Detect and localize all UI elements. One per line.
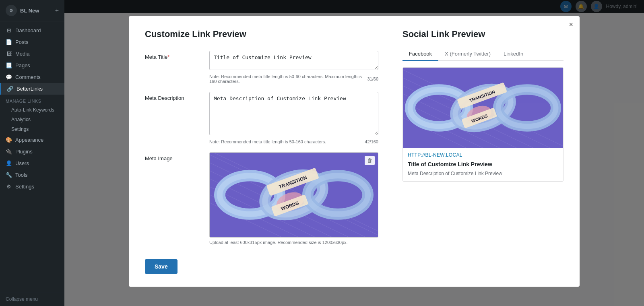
posts-icon: 📄 [6, 39, 12, 45]
preview-url: HTTP://BL-NEW.LOCAL [403, 148, 563, 159]
collapse-menu-button[interactable]: Collapse menu [0, 292, 64, 306]
meta-title-field: Title of Customize Link Preview Note: Re… [209, 51, 378, 84]
dashboard-icon: ⊞ [6, 27, 12, 33]
sidebar-label-plugins: Plugins [15, 149, 33, 155]
manage-links-label: Manage Links [0, 95, 64, 105]
social-preview-card: TRANSITION WORDS HTTP://BL-NEW.LOCAL Tit… [402, 67, 564, 182]
sidebar-item-plugins[interactable]: 🔌 Plugins [0, 146, 64, 157]
modal-body: Customize Link Preview Meta Title* Title… [129, 16, 580, 287]
sidebar-item-users[interactable]: 👤 Users [0, 157, 64, 169]
sidebar-site-name: BL New [20, 8, 39, 14]
meta-image-delete-button[interactable]: 🗑 [365, 156, 375, 165]
meta-title-row: Meta Title* Title of Customize Link Prev… [145, 51, 378, 84]
sidebar-label-posts: Posts [15, 39, 29, 45]
sidebar-label-appearance: Appearance [15, 137, 43, 143]
preview-card-description: Meta Description of Customize Link Previ… [403, 169, 563, 181]
sidebar-label-dashboard: Dashboard [15, 27, 41, 33]
sidebar-label-media: Media [15, 51, 29, 57]
sidebar-item-betterlinks[interactable]: 🔗 BetterLinks [0, 83, 64, 95]
settings-icon: ⚙ [6, 184, 12, 190]
trash-icon: 🗑 [367, 157, 372, 163]
social-preview-title: Social Link Preview [402, 29, 564, 39]
sidebar-item-settings-bottom[interactable]: ⚙ Settings [0, 181, 64, 192]
meta-image-container[interactable]: TRANSITION WORDS 🗑 [209, 152, 378, 238]
sidebar-add-icon[interactable]: + [55, 7, 59, 14]
sidebar-item-media[interactable]: 🖼 Media [0, 48, 64, 60]
social-tabs: Facebook X (Formerly Twitter) LinkedIn [402, 48, 564, 61]
tools-icon: 🔧 [6, 172, 12, 178]
sidebar-header: ⚙ BL New + [0, 0, 64, 21]
meta-description-label: Meta Description [145, 92, 201, 101]
sidebar-item-settings[interactable]: Settings [0, 124, 64, 134]
meta-image-svg: TRANSITION WORDS [210, 153, 378, 237]
right-panel: Social Link Preview Facebook X (Formerly… [402, 29, 564, 274]
media-icon: 🖼 [6, 51, 12, 57]
required-asterisk: * [167, 54, 169, 60]
comments-icon: 💬 [6, 74, 12, 80]
sidebar-logo: ⚙ [6, 5, 17, 16]
left-panel: Customize Link Preview Meta Title* Title… [145, 29, 378, 274]
pages-icon: 📃 [6, 62, 12, 68]
meta-image-area: TRANSITION WORDS 🗑 [209, 152, 378, 245]
sidebar-label-tools: Tools [15, 172, 27, 178]
sidebar-label-users: Users [15, 160, 29, 166]
sidebar-item-pages[interactable]: 📃 Pages [0, 60, 64, 71]
users-icon: 👤 [6, 160, 12, 166]
sidebar-item-comments[interactable]: 💬 Comments [0, 71, 64, 83]
preview-image: TRANSITION WORDS [403, 68, 563, 148]
sidebar-menu: ⊞ Dashboard 📄 Posts 🖼 Media 📃 Pages � [0, 21, 64, 292]
sidebar: ⚙ BL New + ⊞ Dashboard 📄 Posts 🖼 Media 📃 [0, 0, 64, 306]
meta-description-input[interactable]: Meta Description of Customize Link Previ… [209, 92, 378, 135]
sidebar-item-analytics[interactable]: Analytics [0, 115, 64, 124]
meta-image-row: Meta Image [145, 152, 378, 245]
meta-description-field: Meta Description of Customize Link Previ… [209, 92, 378, 144]
main-content: ✉ 🔔 👤 Howdy, admin! × Customize Link Pre… [64, 0, 644, 306]
tab-linkedin[interactable]: LinkedIn [497, 48, 530, 61]
appearance-icon: 🎨 [6, 137, 12, 143]
sidebar-label-betterlinks: BetterLinks [17, 86, 43, 92]
meta-image-label: Meta Image [145, 152, 201, 161]
tab-facebook[interactable]: Facebook [402, 48, 438, 61]
sidebar-item-auto-link[interactable]: Auto-Link Keywords [0, 105, 64, 115]
meta-description-row: Meta Description Meta Description of Cus… [145, 92, 378, 144]
sidebar-label-pages: Pages [15, 62, 30, 68]
meta-title-label: Meta Title* [145, 51, 201, 60]
modal-close-button[interactable]: × [569, 21, 573, 28]
tab-twitter[interactable]: X (Formerly Twitter) [438, 48, 497, 61]
meta-title-note: Note: Recommended meta title length is 5… [209, 74, 378, 84]
save-button[interactable]: Save [145, 259, 178, 274]
sidebar-item-tools[interactable]: 🔧 Tools [0, 169, 64, 181]
sidebar-item-dashboard[interactable]: ⊞ Dashboard [0, 25, 64, 36]
sidebar-label-comments: Comments [15, 74, 41, 80]
sidebar-label-settings: Settings [15, 184, 34, 190]
sidebar-item-posts[interactable]: 📄 Posts [0, 36, 64, 48]
sidebar-item-appearance[interactable]: 🎨 Appearance [0, 134, 64, 146]
meta-description-note: Note: Recommended meta title length is 5… [209, 139, 378, 144]
meta-image-note: Upload at least 600x315px image. Recomme… [209, 240, 378, 245]
modal-overlay: × Customize Link Preview Meta Title* Tit… [64, 0, 644, 306]
modal-dialog: × Customize Link Preview Meta Title* Tit… [129, 16, 580, 287]
preview-chain-svg: TRANSITION WORDS [403, 68, 563, 148]
meta-title-input[interactable]: Title of Customize Link Preview [209, 51, 378, 70]
betterlinks-icon: 🔗 [7, 86, 13, 92]
modal-left-title: Customize Link Preview [145, 29, 378, 39]
preview-card-title: Title of Customize Link Preview [403, 159, 563, 169]
plugins-icon: 🔌 [6, 149, 12, 155]
